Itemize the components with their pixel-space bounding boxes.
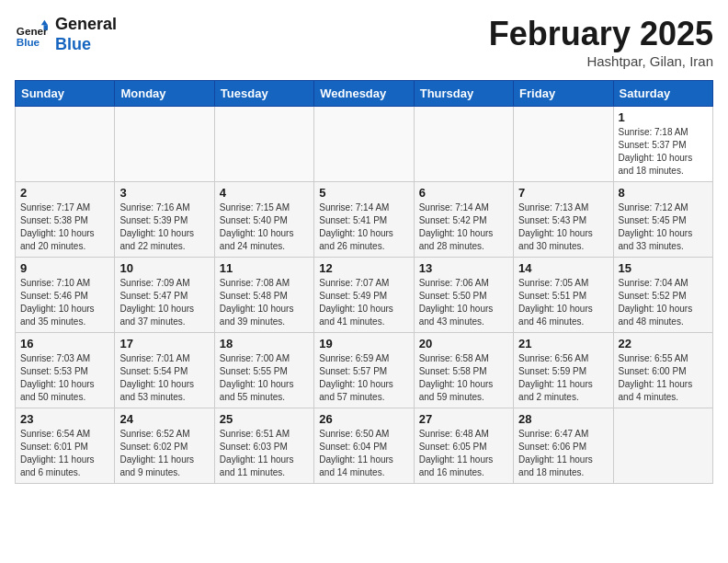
day-info: Sunrise: 7:14 AM Sunset: 5:41 PM Dayligh… [319,201,408,253]
day-cell: 13Sunrise: 7:06 AM Sunset: 5:50 PM Dayli… [414,258,513,333]
day-info: Sunrise: 7:05 AM Sunset: 5:51 PM Dayligh… [518,277,608,328]
day-number: 26 [319,412,408,426]
day-cell: 22Sunrise: 6:55 AM Sunset: 6:00 PM Dayli… [613,333,712,408]
logo-line2: Blue [55,35,117,55]
logo-line1: General [55,15,117,35]
day-cell: 28Sunrise: 6:47 AM Sunset: 6:06 PM Dayli… [514,408,613,484]
day-cell: 3Sunrise: 7:16 AM Sunset: 5:39 PM Daylig… [115,182,214,258]
day-cell: 8Sunrise: 7:12 AM Sunset: 5:45 PM Daylig… [613,182,712,258]
logo-icon: General Blue [15,18,48,52]
day-number: 6 [419,186,508,200]
day-number: 22 [619,337,708,350]
day-info: Sunrise: 7:03 AM Sunset: 5:53 PM Dayligh… [20,352,109,404]
day-cell: 17Sunrise: 7:01 AM Sunset: 5:54 PM Dayli… [115,333,214,408]
day-cell: 5Sunrise: 7:14 AM Sunset: 5:41 PM Daylig… [314,182,414,258]
day-cell: 15Sunrise: 7:04 AM Sunset: 5:52 PM Dayli… [613,258,712,333]
day-cell: 25Sunrise: 6:51 AM Sunset: 6:03 PM Dayli… [214,408,313,484]
week-row-5: 23Sunrise: 6:54 AM Sunset: 6:01 PM Dayli… [16,408,713,484]
col-header-tuesday: Tuesday [214,81,313,107]
day-info: Sunrise: 7:07 AM Sunset: 5:49 PM Dayligh… [319,277,408,328]
day-number: 5 [319,186,408,200]
col-header-monday: Monday [115,81,214,107]
day-info: Sunrise: 6:48 AM Sunset: 6:05 PM Dayligh… [419,428,508,479]
day-cell: 20Sunrise: 6:58 AM Sunset: 5:58 PM Dayli… [414,333,513,408]
day-info: Sunrise: 6:51 AM Sunset: 6:03 PM Dayligh… [220,428,309,479]
day-cell: 26Sunrise: 6:50 AM Sunset: 6:04 PM Dayli… [314,408,414,484]
day-number: 27 [419,412,508,426]
day-info: Sunrise: 7:08 AM Sunset: 5:48 PM Dayligh… [220,277,309,328]
svg-marker-2 [41,19,48,24]
day-info: Sunrise: 7:16 AM Sunset: 5:39 PM Dayligh… [119,201,209,253]
day-cell [314,107,414,182]
week-row-3: 9Sunrise: 7:10 AM Sunset: 5:46 PM Daylig… [16,258,713,333]
day-info: Sunrise: 6:47 AM Sunset: 6:06 PM Dayligh… [518,428,608,479]
day-cell: 2Sunrise: 7:17 AM Sunset: 5:38 PM Daylig… [16,182,115,258]
day-cell: 27Sunrise: 6:48 AM Sunset: 6:05 PM Dayli… [414,408,513,484]
day-info: Sunrise: 6:56 AM Sunset: 5:59 PM Dayligh… [518,352,608,404]
day-number: 2 [20,186,109,200]
day-cell: 12Sunrise: 7:07 AM Sunset: 5:49 PM Dayli… [314,258,414,333]
day-number: 11 [220,261,309,275]
day-cell: 18Sunrise: 7:00 AM Sunset: 5:55 PM Dayli… [214,333,313,408]
day-info: Sunrise: 7:13 AM Sunset: 5:43 PM Dayligh… [518,201,608,253]
day-info: Sunrise: 7:01 AM Sunset: 5:54 PM Dayligh… [119,352,209,404]
day-number: 8 [619,186,708,200]
day-number: 16 [20,337,109,350]
calendar-table: SundayMondayTuesdayWednesdayThursdayFrid… [15,80,713,484]
location-subtitle: Hashtpar, Gilan, Iran [489,53,713,69]
day-number: 14 [518,261,608,275]
day-info: Sunrise: 6:58 AM Sunset: 5:58 PM Dayligh… [419,352,508,404]
logo: General Blue General Blue [15,15,117,54]
day-info: Sunrise: 7:17 AM Sunset: 5:38 PM Dayligh… [20,201,109,253]
day-cell: 21Sunrise: 6:56 AM Sunset: 5:59 PM Dayli… [514,333,613,408]
day-number: 13 [419,261,508,275]
day-number: 19 [319,337,408,350]
day-info: Sunrise: 7:15 AM Sunset: 5:40 PM Dayligh… [220,201,309,253]
month-title: February 2025 [489,15,713,53]
day-number: 4 [220,186,309,200]
day-number: 21 [518,337,608,350]
day-cell [115,107,214,182]
day-number: 3 [119,186,209,200]
week-row-4: 16Sunrise: 7:03 AM Sunset: 5:53 PM Dayli… [16,333,713,408]
day-info: Sunrise: 6:55 AM Sunset: 6:00 PM Dayligh… [619,352,708,404]
col-header-friday: Friday [514,81,613,107]
header: General Blue General Blue February 2025 … [15,15,713,69]
day-info: Sunrise: 6:50 AM Sunset: 6:04 PM Dayligh… [319,428,408,479]
day-cell [613,408,712,484]
day-info: Sunrise: 7:06 AM Sunset: 5:50 PM Dayligh… [419,277,508,328]
day-info: Sunrise: 7:04 AM Sunset: 5:52 PM Dayligh… [619,277,708,328]
day-cell [414,107,513,182]
week-row-2: 2Sunrise: 7:17 AM Sunset: 5:38 PM Daylig… [16,182,713,258]
col-header-thursday: Thursday [414,81,513,107]
day-number: 24 [119,412,209,426]
day-number: 23 [20,412,109,426]
day-info: Sunrise: 7:09 AM Sunset: 5:47 PM Dayligh… [119,277,209,328]
day-cell: 19Sunrise: 6:59 AM Sunset: 5:57 PM Dayli… [314,333,414,408]
day-cell [16,107,115,182]
day-number: 18 [220,337,309,350]
svg-marker-3 [44,25,49,29]
day-number: 10 [119,261,209,275]
day-cell [514,107,613,182]
day-cell: 16Sunrise: 7:03 AM Sunset: 5:53 PM Dayli… [16,333,115,408]
day-info: Sunrise: 6:59 AM Sunset: 5:57 PM Dayligh… [319,352,408,404]
day-info: Sunrise: 7:18 AM Sunset: 5:37 PM Dayligh… [619,126,708,178]
day-number: 25 [220,412,309,426]
title-area: February 2025 Hashtpar, Gilan, Iran [489,15,713,69]
day-number: 28 [518,412,608,426]
day-info: Sunrise: 6:52 AM Sunset: 6:02 PM Dayligh… [119,428,209,479]
day-cell: 14Sunrise: 7:05 AM Sunset: 5:51 PM Dayli… [514,258,613,333]
svg-text:Blue: Blue [17,35,40,47]
day-number: 20 [419,337,508,350]
day-number: 17 [119,337,209,350]
col-header-wednesday: Wednesday [314,81,414,107]
day-cell: 9Sunrise: 7:10 AM Sunset: 5:46 PM Daylig… [16,258,115,333]
day-number: 7 [518,186,608,200]
day-cell: 7Sunrise: 7:13 AM Sunset: 5:43 PM Daylig… [514,182,613,258]
day-number: 15 [619,261,708,275]
day-cell: 10Sunrise: 7:09 AM Sunset: 5:47 PM Dayli… [115,258,214,333]
day-info: Sunrise: 7:12 AM Sunset: 5:45 PM Dayligh… [619,201,708,253]
day-info: Sunrise: 7:10 AM Sunset: 5:46 PM Dayligh… [20,277,109,328]
day-cell: 4Sunrise: 7:15 AM Sunset: 5:40 PM Daylig… [214,182,313,258]
